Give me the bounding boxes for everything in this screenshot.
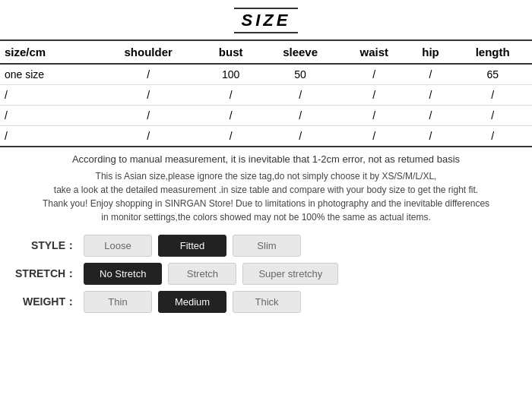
table-cell: / bbox=[201, 126, 261, 147]
table-cell: / bbox=[260, 106, 340, 126]
table-cell: 50 bbox=[260, 64, 340, 85]
style-label: STYLE： bbox=[15, 239, 84, 253]
option-button[interactable]: Fitted bbox=[158, 235, 226, 257]
table-cell: / bbox=[340, 85, 408, 106]
measurement-note: According to manual measurement, it is i… bbox=[8, 153, 524, 165]
asian-line2: take a look at the detailed measurement … bbox=[54, 185, 478, 195]
weight-row: WEIGHT： ThinMediumThick bbox=[15, 291, 517, 313]
size-header: SIZE bbox=[0, 8, 532, 33]
asian-line3: Thank you! Enjoy shopping in SINRGAN Sto… bbox=[43, 198, 489, 209]
table-cell: / bbox=[453, 85, 532, 106]
option-button[interactable]: Slim bbox=[233, 235, 301, 257]
table-cell: / bbox=[408, 85, 454, 106]
table-row: /////// bbox=[0, 85, 532, 106]
table-cell: / bbox=[260, 126, 340, 147]
size-title: SIZE bbox=[234, 8, 299, 33]
option-button[interactable]: Thin bbox=[84, 291, 152, 313]
stretch-label: STRETCH： bbox=[15, 267, 84, 281]
option-button[interactable]: Stretch bbox=[168, 263, 236, 285]
col-shoulder: shoulder bbox=[95, 40, 201, 64]
table-cell: / bbox=[95, 106, 201, 126]
table-cell: / bbox=[95, 64, 201, 85]
asian-line1: This is Asian size,please ignore the siz… bbox=[96, 171, 437, 182]
stretch-row: STRETCH： No StretchStretchSuper stretchy bbox=[15, 263, 517, 285]
table-cell: / bbox=[453, 106, 532, 126]
table-cell: / bbox=[95, 126, 201, 147]
table-body: one size/10050//65///////////////////// bbox=[0, 64, 532, 147]
stretch-options: No StretchStretchSuper stretchy bbox=[84, 263, 338, 285]
table-cell: / bbox=[95, 85, 201, 106]
note-section: According to manual measurement, it is i… bbox=[0, 147, 532, 227]
option-button[interactable]: Medium bbox=[158, 291, 226, 313]
option-button[interactable]: No Stretch bbox=[84, 263, 162, 285]
col-length: length bbox=[453, 40, 532, 64]
option-button[interactable]: Super stretchy bbox=[242, 263, 338, 285]
table-cell: / bbox=[0, 126, 95, 147]
style-options: LooseFittedSlim bbox=[84, 235, 301, 257]
table-cell: / bbox=[340, 106, 408, 126]
table-cell: 65 bbox=[453, 64, 532, 85]
table-cell: 100 bbox=[201, 64, 261, 85]
table-cell: / bbox=[408, 64, 454, 85]
col-waist: waist bbox=[340, 40, 408, 64]
table-cell: / bbox=[453, 126, 532, 147]
col-sleeve: sleeve bbox=[260, 40, 340, 64]
table-cell: / bbox=[260, 85, 340, 106]
col-size: size/cm bbox=[0, 40, 95, 64]
table-row: /////// bbox=[0, 106, 532, 126]
table-cell: / bbox=[201, 106, 261, 126]
weight-options: ThinMediumThick bbox=[84, 291, 301, 313]
asian-size-note: This is Asian size,please ignore the siz… bbox=[8, 169, 524, 224]
table-cell: / bbox=[408, 106, 454, 126]
selectors: STYLE： LooseFittedSlim STRETCH： No Stret… bbox=[0, 227, 532, 313]
table-row: one size/10050//65 bbox=[0, 64, 532, 85]
main-container: SIZE size/cm shoulder bust sleeve waist … bbox=[0, 0, 532, 327]
size-table: size/cm shoulder bust sleeve waist hip l… bbox=[0, 39, 532, 147]
table-cell: / bbox=[408, 126, 454, 147]
table-cell: / bbox=[201, 85, 261, 106]
table-cell: / bbox=[0, 106, 95, 126]
table-header-row: size/cm shoulder bust sleeve waist hip l… bbox=[0, 40, 532, 64]
option-button[interactable]: Loose bbox=[84, 235, 152, 257]
table-cell: / bbox=[340, 126, 408, 147]
table-cell: / bbox=[340, 64, 408, 85]
table-cell: / bbox=[0, 85, 95, 106]
style-row: STYLE： LooseFittedSlim bbox=[15, 235, 517, 257]
col-bust: bust bbox=[201, 40, 261, 64]
table-row: /////// bbox=[0, 126, 532, 147]
asian-line4: in monitor settings,the colors showed ma… bbox=[101, 212, 431, 223]
weight-label: WEIGHT： bbox=[15, 295, 84, 309]
option-button[interactable]: Thick bbox=[233, 291, 301, 313]
table-cell: one size bbox=[0, 64, 95, 85]
col-hip: hip bbox=[408, 40, 454, 64]
